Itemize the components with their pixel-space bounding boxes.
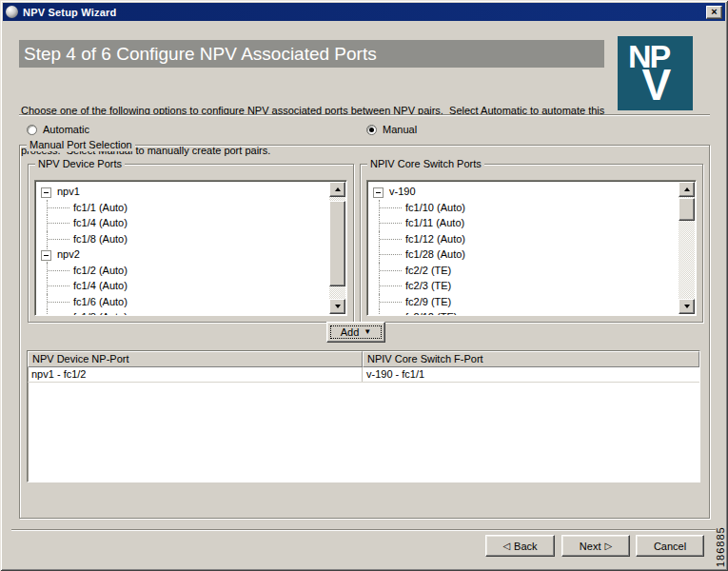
table-row[interactable]: npv1 - fc1/2v-190 - fc1/1 (28, 367, 699, 383)
arrow-down-icon (335, 305, 341, 308)
figure-number: 186885 (715, 506, 726, 567)
tree-item-label: fc1/4 (Auto) (73, 217, 128, 228)
scroll-up-button[interactable] (329, 182, 345, 197)
tree-item-label: npv1 (57, 186, 80, 197)
radio-automatic-label[interactable]: Automatic (43, 124, 89, 135)
radio-manual-label[interactable]: Manual (383, 124, 417, 135)
footer-separator (11, 529, 716, 531)
tree-item-label: fc1/4 (Auto) (73, 280, 128, 291)
step-title: Step 4 of 6 Configure NPV Associated Por… (19, 40, 604, 68)
collapse-icon[interactable] (373, 187, 384, 198)
add-button-label: Add (341, 326, 360, 338)
tree-item[interactable]: fc2/2 (TE) (369, 263, 678, 279)
back-button[interactable]: ◁ Back (485, 535, 555, 557)
close-icon: × (711, 6, 717, 17)
npv-logo: NP V (618, 36, 693, 110)
manual-port-selection-group: Manual Port Selection NPV Device Ports n… (19, 145, 710, 519)
scroll-down-button[interactable] (329, 299, 345, 314)
table-cell: v-190 - fc1/1 (363, 367, 699, 382)
scrollbar-thumb[interactable] (329, 201, 345, 286)
tree-item-label: fc1/12 (Auto) (405, 233, 465, 245)
npv-setup-wizard-window: NPV Setup Wizard × Step 4 of 6 Configure… (0, 0, 728, 571)
tree-item[interactable]: fc1/8 (Auto) (37, 309, 328, 316)
radio-manual-circle[interactable] (366, 125, 377, 135)
cancel-button[interactable]: Cancel (636, 535, 704, 557)
arrow-down-icon (684, 305, 690, 308)
title-bar[interactable]: NPV Setup Wizard × (3, 3, 725, 21)
npiv-core-switch-ports-label: NPIV Core Switch Ports (367, 158, 484, 170)
next-button-label: Next (580, 541, 601, 552)
tree-item[interactable]: v-190 (369, 184, 678, 200)
back-arrow-icon: ◁ (502, 541, 510, 551)
tree-item[interactable]: fc2/12 (TE) (369, 309, 678, 316)
device-tree-scrollbar-track[interactable] (329, 182, 345, 314)
tree-item-label: fc2/2 (TE) (405, 265, 451, 276)
tree-item-label: fc1/8 (Auto) (73, 233, 128, 245)
collapse-icon[interactable] (41, 250, 51, 261)
app-icon (6, 6, 18, 18)
tree-item-label: fc1/11 (Auto) (405, 217, 464, 228)
tree-item[interactable]: npv1 (37, 184, 328, 200)
tree-item[interactable]: fc1/12 (Auto) (369, 231, 678, 247)
next-button[interactable]: Next ▷ (561, 535, 630, 557)
tree-item[interactable]: npv2 (37, 246, 328, 263)
tree-item[interactable]: fc1/8 (Auto) (37, 231, 328, 247)
logo-v-text: V (641, 59, 671, 110)
arrow-up-icon (684, 187, 690, 191)
radio-manual[interactable]: Manual (366, 123, 417, 136)
tree-item-label: fc1/1 (Auto) (73, 202, 128, 213)
header-separator (19, 114, 710, 116)
column-header-npv-device-np-port[interactable]: NPV Device NP-Port (28, 351, 363, 367)
tree-item-label: fc1/10 (Auto) (405, 202, 465, 213)
npiv-core-switch-ports-group: NPIV Core Switch Ports v-190fc1/10 (Auto… (360, 164, 703, 323)
manual-port-selection-label: Manual Port Selection (27, 139, 135, 151)
npiv-core-switch-ports-tree: v-190fc1/10 (Auto)fc1/11 (Auto)fc1/12 (A… (366, 180, 697, 316)
scroll-down-button[interactable] (679, 299, 695, 314)
tree-item[interactable]: fc1/1 (Auto) (37, 200, 328, 216)
add-button[interactable]: Add ▼ (326, 322, 385, 343)
tree-item[interactable]: fc1/4 (Auto) (37, 278, 328, 294)
window-title: NPV Setup Wizard (23, 7, 706, 18)
tree-item-label: fc2/3 (TE) (405, 280, 451, 291)
npv-device-ports-tree: npv1fc1/1 (Auto)fc1/4 (Auto)fc1/8 (Auto)… (34, 180, 347, 316)
tree-item[interactable]: fc2/9 (TE) (369, 294, 678, 310)
radio-automatic[interactable]: Automatic (27, 123, 89, 136)
tree-item[interactable]: fc1/10 (Auto) (369, 200, 678, 216)
tree-item[interactable]: fc2/3 (TE) (369, 278, 678, 294)
tree-item-label: npv2 (57, 248, 80, 260)
collapse-icon[interactable] (41, 187, 51, 198)
core-tree-scrollbar-track[interactable] (679, 182, 695, 314)
npv-device-ports-group: NPV Device Ports npv1fc1/1 (Auto)fc1/4 (… (28, 164, 354, 323)
npv-device-ports-label: NPV Device Ports (35, 158, 125, 170)
tree-item-label: fc1/8 (Auto) (73, 311, 128, 316)
back-button-label: Back (514, 541, 537, 552)
table-header-row: NPV Device NP-Port NPIV Core Switch F-Po… (28, 351, 699, 367)
scrollbar-thumb[interactable] (679, 198, 695, 221)
tree-item[interactable]: fc1/28 (Auto) (369, 246, 678, 263)
tree-item-label: fc2/9 (TE) (405, 296, 451, 307)
tree-item[interactable]: fc1/6 (Auto) (37, 294, 328, 310)
next-arrow-icon: ▷ (604, 541, 612, 551)
tree-item-label: v-190 (389, 186, 416, 197)
close-button[interactable]: × (706, 6, 722, 19)
port-pair-table: NPV Device NP-Port NPIV Core Switch F-Po… (27, 350, 700, 482)
tree-item-label: fc1/2 (Auto) (73, 265, 128, 276)
arrow-up-icon (335, 187, 341, 191)
tree-item-label: fc1/6 (Auto) (73, 296, 128, 307)
radio-automatic-circle[interactable] (27, 125, 37, 135)
table-cell: npv1 - fc1/2 (28, 367, 363, 382)
column-header-npiv-core-switch-f-port[interactable]: NPIV Core Switch F-Port (363, 351, 699, 367)
tree-item[interactable]: fc1/11 (Auto) (369, 215, 678, 231)
tree-item-label: fc2/12 (TE) (405, 311, 457, 316)
tree-item-label: fc1/28 (Auto) (405, 248, 465, 260)
tree-item[interactable]: fc1/2 (Auto) (37, 263, 328, 279)
dropdown-arrow-icon: ▼ (364, 328, 371, 336)
scroll-up-button[interactable] (679, 182, 695, 197)
tree-item[interactable]: fc1/4 (Auto) (37, 215, 328, 231)
cancel-button-label: Cancel (654, 541, 686, 552)
